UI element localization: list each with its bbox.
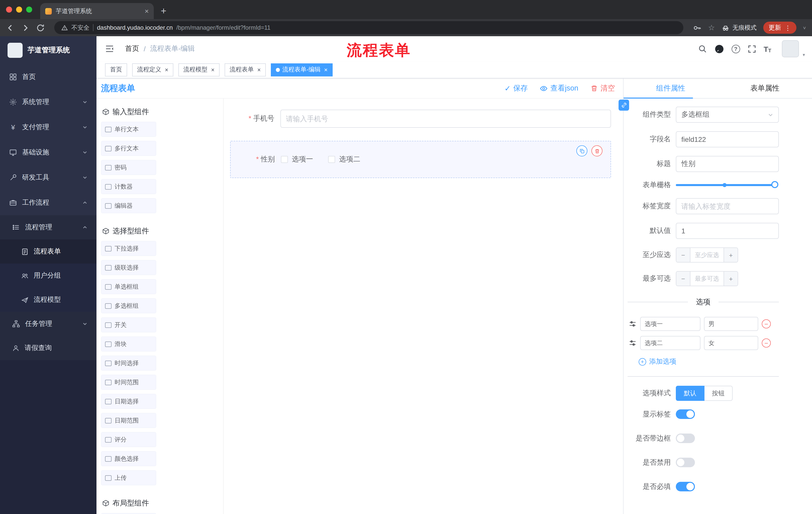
sidebar-item-system[interactable]: 系统管理 [0, 89, 96, 115]
copy-field-button[interactable] [576, 145, 587, 156]
forward-icon[interactable] [21, 23, 30, 32]
disabled-toggle[interactable] [676, 458, 695, 467]
checkbox-icon[interactable] [281, 156, 288, 163]
delete-field-button[interactable] [591, 145, 603, 156]
link-badge[interactable] [618, 100, 629, 111]
tag-process-definition[interactable]: 流程定义× [132, 63, 173, 76]
increment-button[interactable]: + [724, 248, 737, 262]
new-tab-button[interactable]: + [161, 6, 166, 16]
tab-component-props[interactable]: 组件属性 [624, 78, 718, 98]
sidebar-item-devtools[interactable]: 研发工具 [0, 165, 96, 190]
component-chip[interactable]: 级联选择 [101, 260, 156, 275]
component-chip[interactable]: 多选框组 [101, 298, 156, 313]
sidebar-item-process-model[interactable]: 流程模型 [0, 288, 96, 312]
drag-handle-icon[interactable] [629, 320, 637, 328]
add-option-button[interactable]: + 添加选项 [639, 357, 779, 366]
component-chip[interactable]: 时间选择 [101, 356, 156, 371]
component-chip[interactable]: 单选框组 [101, 279, 156, 294]
tag-home[interactable]: 首页 [105, 63, 127, 76]
component-chip[interactable]: 行容器 [101, 513, 156, 514]
tag-close-icon[interactable]: × [211, 66, 214, 73]
sidebar-item-task-management[interactable]: 任务管理 [0, 312, 96, 336]
field-name-input[interactable] [676, 131, 779, 147]
sidebar-item-leave-query[interactable]: 请假查询 [0, 336, 96, 360]
style-default-button[interactable]: 默认 [676, 386, 704, 401]
component-chip[interactable]: 单行文本 [101, 122, 156, 137]
slider-handle[interactable] [771, 181, 778, 188]
close-window-button[interactable] [6, 6, 12, 12]
fullscreen-icon[interactable] [748, 45, 756, 53]
option-name-input[interactable] [640, 317, 700, 331]
sidebar-item-process-management[interactable]: 流程管理 [0, 215, 96, 239]
component-chip[interactable]: 日期选择 [101, 394, 156, 409]
sidebar-item-process-form[interactable]: 流程表单 [0, 239, 96, 264]
component-chip[interactable]: 计数器 [101, 179, 156, 194]
checkbox-icon[interactable] [328, 156, 335, 163]
sidebar-item-infrastructure[interactable]: 基础设施 [0, 140, 96, 165]
decrement-button[interactable]: − [676, 272, 690, 286]
option-value-input[interactable] [704, 336, 758, 350]
label-width-input[interactable] [676, 198, 779, 214]
address-bar[interactable]: 不安全 dashboard.yudao.iocoder.cn/bpm/manag… [54, 21, 684, 34]
sidebar-item-payment[interactable]: ¥ 支付管理 [0, 115, 96, 140]
component-chip[interactable]: 时间范围 [101, 375, 156, 390]
chrome-update-button[interactable]: 更新 ⋮ [763, 22, 796, 34]
show-label-toggle[interactable] [676, 409, 695, 419]
required-toggle[interactable] [676, 482, 695, 491]
phone-input[interactable] [280, 110, 611, 128]
sidebar-item-workflow[interactable]: 工作流程 [0, 190, 96, 215]
bookmark-star-icon[interactable]: ☆ [708, 23, 715, 32]
component-chip[interactable]: 颜色选择 [101, 451, 156, 466]
toolbar-caret-icon[interactable]: ˅ [803, 25, 806, 30]
tag-close-icon[interactable]: × [165, 66, 168, 73]
avatar[interactable] [782, 40, 799, 57]
sidebar-item-home[interactable]: 首页 [0, 64, 96, 89]
breadcrumb-home[interactable]: 首页 [125, 44, 139, 53]
drag-handle-icon[interactable] [629, 339, 637, 347]
user-menu[interactable]: ▾ [782, 40, 799, 57]
clear-button[interactable]: 清空 [590, 83, 615, 93]
default-value-input[interactable] [676, 223, 779, 239]
component-chip[interactable]: 多行文本 [101, 141, 156, 156]
gender-option-2[interactable]: 选项二 [328, 155, 360, 164]
title-input[interactable] [676, 156, 779, 172]
component-type-select[interactable]: 多选框组 [676, 107, 779, 123]
component-chip[interactable]: 上传 [101, 470, 156, 485]
component-chip[interactable]: 评分 [101, 432, 156, 447]
tag-process-form-edit[interactable]: 流程表单-编辑× [271, 63, 332, 76]
tag-close-icon[interactable]: × [324, 66, 328, 73]
search-icon[interactable] [698, 44, 707, 53]
tab-close-icon[interactable]: × [145, 7, 149, 15]
save-button[interactable]: ✓ 保存 [504, 83, 528, 93]
browser-tab[interactable]: 芋道管理系统 × [40, 3, 154, 19]
tag-process-form[interactable]: 流程表单× [225, 63, 266, 76]
component-chip[interactable]: 开关 [101, 317, 156, 332]
canvas-field-phone[interactable]: 手机号 [230, 110, 611, 128]
key-icon[interactable] [693, 23, 701, 32]
min-select-input[interactable] [690, 248, 724, 262]
view-json-button[interactable]: 查看json [540, 83, 578, 93]
decrement-button[interactable]: − [676, 248, 690, 262]
hamburger-fold-icon[interactable] [105, 45, 114, 53]
component-chip[interactable]: 编辑器 [101, 198, 156, 213]
tag-process-model[interactable]: 流程模型× [178, 63, 220, 76]
help-icon[interactable]: ? [731, 45, 740, 53]
remove-option-button[interactable]: − [762, 319, 771, 328]
remove-option-button[interactable]: − [762, 339, 771, 348]
tab-form-props[interactable]: 表单属性 [718, 78, 812, 98]
sidebar-item-user-groups[interactable]: 用户分组 [0, 264, 96, 288]
back-icon[interactable] [6, 23, 14, 32]
font-size-icon[interactable]: TT [763, 45, 771, 53]
option-name-input[interactable] [640, 336, 700, 350]
increment-button[interactable]: + [724, 272, 737, 286]
option-value-input[interactable] [704, 317, 758, 331]
minimize-window-button[interactable] [16, 6, 22, 12]
component-chip[interactable]: 下拉选择 [101, 241, 156, 256]
zoom-window-button[interactable] [26, 6, 32, 12]
component-chip[interactable]: 日期范围 [101, 413, 156, 428]
gender-option-1[interactable]: 选项一 [281, 155, 313, 164]
component-chip[interactable]: 滑块 [101, 336, 156, 352]
browser-menu-icon[interactable]: ⋮ [785, 24, 791, 31]
reload-icon[interactable] [36, 23, 45, 32]
grid-slider[interactable] [676, 184, 775, 186]
